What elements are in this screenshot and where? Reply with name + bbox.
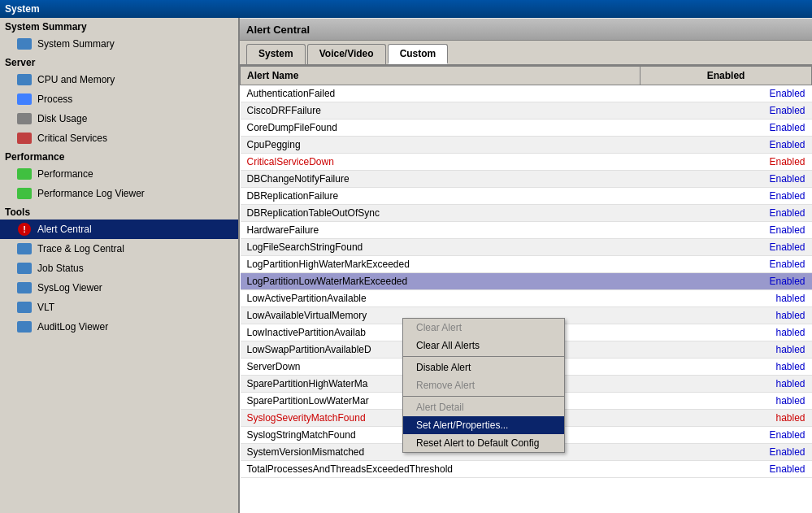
alert-enabled-cell: Enabled [640,137,812,154]
table-row[interactable]: DBChangeNotifyFailureEnabled [241,171,812,188]
alert-name-cell: DBReplicationFailure [241,188,640,205]
context-menu-item-reset-alert[interactable]: Reset Alert to Default Config [403,434,564,452]
table-row[interactable]: LogPartitionLowWaterMarkExceededEnabled [241,273,812,290]
sidebar-item-trace-log[interactable]: Trace & Log Central [0,239,238,259]
crit-icon [16,130,33,146]
sidebar-item-label-auditlog-viewer: AuditLog Viewer [37,321,108,333]
sidebar-item-label-cpu-memory: CPU and Memory [37,74,115,85]
col-alert-name: Alert Name [241,67,640,85]
alert-name-cell: HardwareFailure [241,222,640,239]
sidebar: System SummarySystem SummaryServerCPU an… [0,18,240,513]
alert-enabled-cell: Enabled [640,444,812,461]
alert-enabled-cell: Enabled [640,222,812,239]
sidebar-item-alert-central[interactable]: !Alert Central [0,220,238,239]
context-menu-divider [403,356,564,357]
alert-enabled-cell: habled [640,393,812,410]
table-row[interactable]: CpuPeggingEnabled [241,137,812,154]
sidebar-item-label-trace-log: Trace & Log Central [37,243,124,254]
alert-name-cell: CoreDumpFileFound [241,120,640,137]
alert-enabled-cell: Enabled [640,273,812,290]
table-row[interactable]: CiscoDRFFailureEnabled [241,102,812,120]
alert-enabled-cell: Enabled [640,188,812,205]
trace-icon [16,241,33,257]
alert-enabled-cell: Enabled [640,171,812,188]
tab-voice-video[interactable]: Voice/Video [307,44,386,64]
disk-icon [16,111,33,127]
col-enabled: Enabled [640,67,812,85]
table-row[interactable]: AuthenticationFailedEnabled [241,85,812,102]
context-menu-item-clear-alert: Clear Alert [403,319,564,337]
alert-enabled-cell: Enabled [640,120,812,137]
table-row[interactable]: LogFileSearchStringFoundEnabled [241,239,812,256]
sidebar-section-system-summary: System Summary [0,18,238,34]
table-row[interactable]: LogPartitionHighWaterMarkExceededEnabled [241,256,812,273]
table-row[interactable]: CoreDumpFileFoundEnabled [241,120,812,137]
sidebar-item-performance-log[interactable]: Performance Log Viewer [0,184,238,203]
sidebar-item-label-performance-log: Performance Log Viewer [37,188,145,199]
tab-custom[interactable]: Custom [388,44,449,64]
alert-enabled-cell: habled [640,376,812,393]
context-menu-item-clear-all-alerts[interactable]: Clear All Alerts [403,337,564,354]
syslog-icon [16,280,33,296]
sidebar-section-server: Server [0,54,238,70]
sidebar-item-label-system-summary: System Summary [37,38,115,50]
sidebar-item-process[interactable]: Process [0,89,238,109]
sidebar-item-disk-usage[interactable]: Disk Usage [0,109,238,128]
alert-enabled-cell: habled [640,290,812,307]
alert-name-cell: CiscoDRFFailure [241,102,640,120]
sidebar-item-label-job-status: Job Status [37,263,84,274]
sidebar-item-cpu-memory[interactable]: CPU and Memory [0,70,238,89]
sidebar-item-system-summary[interactable]: System Summary [0,34,238,54]
main-layout: System SummarySystem SummaryServerCPU an… [0,18,812,513]
summary-icon [16,36,33,52]
content-title: Alert Central [240,18,812,41]
content-area: Alert Central SystemVoice/VideoCustom Al… [240,18,812,513]
sidebar-item-critical-services[interactable]: Critical Services [0,128,238,148]
log-icon [16,185,33,202]
tabs-bar: SystemVoice/VideoCustom [240,41,812,66]
sidebar-section-performance: Performance [0,148,238,164]
sidebar-item-label-disk-usage: Disk Usage [37,113,87,124]
alert-name-cell: TotalProcessesAndThreadsExceededThreshol… [241,461,640,478]
table-row[interactable]: CriticalServiceDownEnabled [241,154,812,171]
title-bar-label: System [5,3,40,15]
alert-enabled-cell: Enabled [640,154,812,171]
content-title-text: Alert Central [246,24,310,36]
sidebar-item-label-performance: Performance [37,168,93,180]
context-menu-item-disable-alert[interactable]: Disable Alert [403,359,564,376]
sidebar-item-syslog-viewer[interactable]: SysLog Viewer [0,278,238,298]
alert-enabled-cell: Enabled [640,427,812,444]
title-bar: System [0,0,812,18]
context-menu-item-alert-detail: Alert Detail [403,398,564,416]
table-row[interactable]: DBReplicationTableOutOfSyncEnabled [241,205,812,222]
sidebar-item-label-process: Process [37,93,72,105]
table-row[interactable]: TotalProcessesAndThreadsExceededThreshol… [241,461,812,478]
sidebar-item-label-vlt: VLT [37,302,54,313]
sidebar-item-performance[interactable]: Performance [0,164,238,184]
alert-enabled-cell: Enabled [640,205,812,222]
tool-icon [16,91,33,107]
sidebar-item-label-syslog-viewer: SysLog Viewer [37,282,102,293]
context-menu: Clear AlertClear All AlertsDisable Alert… [402,318,565,453]
monitor-icon [16,72,33,88]
sidebar-item-auditlog-viewer[interactable]: AuditLog Viewer [0,317,238,337]
alert-enabled-cell: habled [640,410,812,427]
alert-name-cell: DBReplicationTableOutOfSync [241,205,640,222]
alert-enabled-cell: habled [640,307,812,324]
alert-name-cell: LogPartitionHighWaterMarkExceeded [241,256,640,273]
tab-system[interactable]: System [246,44,306,64]
table-row[interactable]: DBReplicationFailureEnabled [241,188,812,205]
alert-enabled-cell: habled [640,341,812,359]
table-row[interactable]: LowActivePartitionAvailablehabled [241,290,812,307]
alert-enabled-cell: Enabled [640,239,812,256]
alert-name-cell: LowActivePartitionAvailable [241,290,640,307]
alert-enabled-cell: Enabled [640,85,812,102]
sidebar-item-job-status[interactable]: Job Status [0,259,238,278]
table-row[interactable]: HardwareFailureEnabled [241,222,812,239]
context-menu-item-set-alert-properties[interactable]: Set Alert/Properties... [403,416,564,434]
alert-icon: ! [16,221,33,237]
sidebar-item-vlt[interactable]: VLT [0,298,238,317]
table-container[interactable]: Alert Name Enabled AuthenticationFailedE… [240,66,812,513]
alert-enabled-cell: habled [640,359,812,376]
vlt-icon [16,299,33,315]
